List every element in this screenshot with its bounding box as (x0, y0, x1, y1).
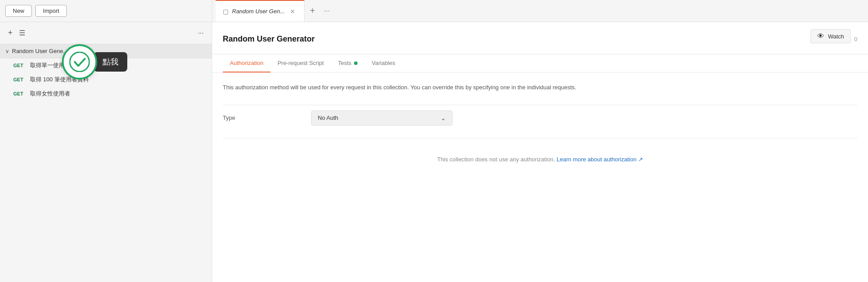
pre-request-tab-label: Pre-request Script (278, 60, 324, 66)
tab-label: Random User Gen... (232, 8, 285, 15)
tooltip-overlay: 點我 (62, 44, 127, 80)
tab-more-icon[interactable]: ··· (320, 7, 333, 15)
method-badge: GET (13, 77, 27, 82)
tab-tests[interactable]: Tests (331, 54, 365, 72)
tab-add-icon[interactable]: + (306, 6, 319, 16)
more-options-icon[interactable]: ··· (195, 28, 206, 38)
watch-label: Watch (828, 33, 844, 40)
sidebar-header-buttons: New Import (0, 0, 212, 22)
tests-tab-label: Tests (338, 60, 351, 66)
type-row: Type No Auth ⌄ (223, 105, 857, 131)
content-header: Random User Generator 👁 Watch 0 (212, 22, 868, 54)
tab-authorization[interactable]: Authorization (223, 54, 270, 72)
divider (223, 138, 857, 138)
chevron-down-icon: ⌄ (441, 114, 446, 122)
check-circle (62, 44, 97, 80)
tab-close-icon[interactable]: ✕ (288, 7, 297, 16)
type-label: Type (223, 114, 311, 121)
method-badge: GET (13, 91, 27, 96)
tests-dot-icon (354, 61, 358, 65)
type-select-dropdown[interactable]: No Auth ⌄ (311, 111, 453, 126)
authorization-tab-label: Authorization (230, 60, 263, 66)
svg-point-0 (70, 52, 89, 72)
watch-button[interactable]: 👁 Watch (811, 29, 850, 43)
sidebar-topbar: + ☰ ··· (0, 22, 212, 44)
main-panel: ▢ Random User Gen... ✕ + ··· Random User… (212, 0, 868, 282)
filter-icon[interactable]: ☰ (19, 29, 25, 37)
tab-random-user[interactable]: ▢ Random User Gen... ✕ (216, 0, 305, 22)
type-select-value: No Auth (318, 114, 338, 121)
tab-variables[interactable]: Variables (365, 54, 402, 72)
page-title: Random User Generator (223, 34, 315, 49)
new-button[interactable]: New (5, 5, 32, 17)
collection-name: Random User Gene... (12, 48, 68, 54)
add-collection-icon[interactable]: + (5, 27, 15, 39)
sub-tabs: Authorization Pre-request Script Tests V… (212, 54, 868, 72)
content-body: This authorization method will be used f… (212, 72, 868, 282)
variables-tab-label: Variables (372, 60, 395, 66)
tab-bar: ▢ Random User Gen... ✕ + ··· (212, 0, 868, 22)
tab-file-icon: ▢ (223, 8, 228, 15)
no-auth-text: This collection does not use any authori… (437, 156, 555, 163)
eye-icon: 👁 (817, 32, 824, 40)
no-auth-note: This collection does not use any authori… (223, 156, 857, 163)
tooltip-bubble[interactable]: 點我 (94, 52, 127, 72)
tab-pre-request-script[interactable]: Pre-request Script (270, 54, 331, 72)
import-button[interactable]: Import (35, 5, 67, 17)
method-badge: GET (13, 63, 27, 68)
watch-count: 0 (854, 36, 857, 42)
learn-more-link[interactable]: Learn more about authorization ↗ (557, 156, 643, 163)
request-name: 取得女性使用者 (30, 90, 70, 98)
checkmark-icon (69, 52, 90, 72)
auth-description: This authorization method will be used f… (223, 83, 857, 92)
list-item[interactable]: GET 取得女性使用者 (0, 87, 212, 101)
sidebar: New Import + ☰ ··· ∨ Random User Gene...… (0, 0, 212, 282)
chevron-icon: ∨ (5, 48, 9, 54)
